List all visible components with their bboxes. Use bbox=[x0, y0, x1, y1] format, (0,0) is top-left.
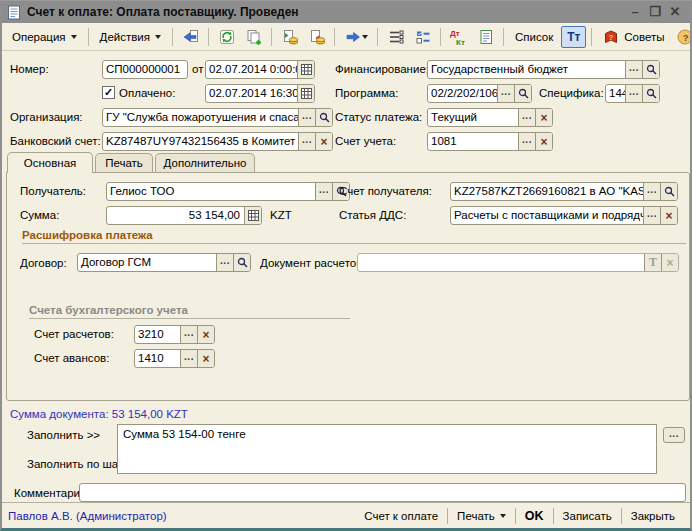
organization-open-button[interactable] bbox=[315, 109, 332, 126]
payment-status-field[interactable]: Текущий ... × bbox=[427, 108, 553, 127]
contract-select-button[interactable]: ... bbox=[216, 254, 233, 271]
settlement-account-select-button[interactable]: ... bbox=[180, 326, 197, 343]
specifics-select-button[interactable]: ... bbox=[625, 85, 642, 102]
journal-button[interactable] bbox=[473, 26, 498, 48]
paid-date-field[interactable]: 02.07.2014 16:30:40 bbox=[205, 84, 315, 103]
financing-select-button[interactable]: ... bbox=[625, 61, 642, 78]
contract-field[interactable]: Договор ГСМ ... bbox=[77, 253, 251, 272]
operation-menu-button[interactable]: Операция bbox=[6, 27, 83, 47]
fill-button[interactable]: Заполнить >> bbox=[27, 429, 100, 441]
program-select-button[interactable]: ... bbox=[497, 85, 514, 102]
advance-account-select-button[interactable]: ... bbox=[180, 350, 197, 367]
advance-account-clear-button[interactable]: × bbox=[197, 350, 214, 367]
recipient-account-select-button[interactable]: ... bbox=[643, 183, 660, 200]
post-document-button[interactable] bbox=[277, 26, 302, 48]
print-button[interactable]: Печать bbox=[448, 510, 515, 522]
settlement-account-value[interactable]: 3210 bbox=[135, 326, 180, 343]
copy-button[interactable] bbox=[241, 26, 266, 48]
save-button[interactable]: Записать bbox=[554, 510, 621, 522]
payment-purpose-textarea[interactable]: Сумма 53 154-00 тенге bbox=[117, 424, 657, 474]
organization-value[interactable]: ГУ "Служба пожаротушения и спаса bbox=[103, 109, 298, 126]
paid-date-value[interactable]: 02.07.2014 16:30:40 bbox=[206, 85, 297, 102]
accounting-account-select-button[interactable]: ... bbox=[518, 133, 535, 150]
number-value[interactable]: СП000000001 bbox=[103, 61, 187, 78]
unpost-document-button[interactable] bbox=[304, 26, 329, 48]
amount-value[interactable]: 53 154,00 bbox=[107, 207, 244, 224]
amount-field[interactable]: 53 154,00 bbox=[106, 206, 262, 225]
financing-value[interactable]: Государственный бюджет bbox=[428, 61, 625, 78]
settlement-document-type-button[interactable]: T bbox=[644, 254, 661, 271]
bank-account-value[interactable]: KZ87487UY97432156435 в Комитет bbox=[103, 133, 298, 150]
paid-checkbox[interactable]: ✓ bbox=[102, 86, 115, 99]
actions-menu-button[interactable]: Действия bbox=[94, 27, 167, 47]
settlement-account-clear-button[interactable]: × bbox=[197, 326, 214, 343]
settlement-document-value[interactable] bbox=[358, 254, 644, 271]
organization-select-button[interactable]: ... bbox=[298, 109, 315, 126]
paid-date-calendar-button[interactable] bbox=[297, 85, 314, 102]
financing-open-button[interactable] bbox=[642, 61, 659, 78]
specifics-field[interactable]: 144 ... bbox=[605, 84, 660, 103]
dds-article-select-button[interactable]: ... bbox=[643, 207, 660, 224]
setup-list-button[interactable] bbox=[410, 26, 435, 48]
recipient-account-open-button[interactable] bbox=[660, 183, 677, 200]
settlement-document-clear-button[interactable]: × bbox=[661, 254, 678, 271]
tips-button[interactable]: ? Советы bbox=[597, 25, 670, 49]
payment-purpose-select-button[interactable]: ... bbox=[663, 427, 685, 443]
specifics-value[interactable]: 144 bbox=[606, 85, 625, 102]
document-date-value[interactable]: 02.07.2014 0:00:00 bbox=[206, 61, 297, 78]
financing-field[interactable]: Государственный бюджет ... bbox=[427, 60, 660, 79]
accounting-account-value[interactable]: 1081 bbox=[428, 133, 518, 150]
recipient-account-field[interactable]: KZ27587KZT2669160821 в АО "KASF ... bbox=[450, 182, 678, 201]
accounting-account-clear-button[interactable]: × bbox=[535, 133, 552, 150]
recipient-account-value[interactable]: KZ27587KZT2669160821 в АО "KASF bbox=[451, 183, 643, 200]
advance-account-field[interactable]: 1410 ... × bbox=[134, 349, 215, 368]
document-structure-button[interactable] bbox=[383, 26, 408, 48]
tab-main[interactable]: Основная bbox=[7, 152, 93, 173]
close-button[interactable]: ✕ bbox=[668, 2, 682, 22]
recipient-select-button[interactable]: ... bbox=[315, 183, 332, 200]
payment-status-clear-button[interactable]: × bbox=[535, 109, 552, 126]
ok-button[interactable]: OK bbox=[516, 509, 553, 523]
show-postings-button[interactable]: Дт Кт bbox=[446, 26, 471, 48]
document-date-field[interactable]: 02.07.2014 0:00:00 bbox=[205, 60, 315, 79]
organization-field[interactable]: ГУ "Служба пожаротушения и спаса ... bbox=[102, 108, 333, 127]
amount-calculator-button[interactable] bbox=[244, 207, 261, 224]
accounting-account-field[interactable]: 1081 ... × bbox=[427, 132, 553, 151]
minimize-button[interactable]: – bbox=[628, 2, 642, 22]
payment-status-value[interactable]: Текущий bbox=[428, 109, 518, 126]
recipient-field[interactable]: Гелиос ТОО ... bbox=[106, 182, 350, 201]
document-date-calendar-button[interactable] bbox=[297, 61, 314, 78]
program-open-button[interactable] bbox=[514, 85, 531, 102]
settlement-account-field[interactable]: 3210 ... × bbox=[134, 325, 215, 344]
insert-based-on-button[interactable] bbox=[178, 26, 203, 48]
contract-value[interactable]: Договор ГСМ bbox=[78, 254, 216, 271]
maximize-button[interactable]: ❒ bbox=[648, 2, 662, 22]
close-form-button[interactable]: Закрыть bbox=[622, 510, 684, 522]
payment-status-select-button[interactable]: ... bbox=[518, 109, 535, 126]
comment-value[interactable] bbox=[80, 484, 685, 501]
bank-account-clear-button[interactable]: × bbox=[315, 133, 332, 150]
settlement-document-field[interactable]: T × bbox=[357, 253, 679, 272]
recipient-value[interactable]: Гелиос ТОО bbox=[107, 183, 315, 200]
dds-article-field[interactable]: Расчеты с поставщиками и подрядч ... × bbox=[450, 206, 678, 225]
bank-account-select-button[interactable]: ... bbox=[298, 133, 315, 150]
help-button[interactable]: ? bbox=[673, 26, 692, 48]
program-field[interactable]: 02/2/202/106/02 ... bbox=[427, 84, 532, 103]
text-input-mode-button[interactable]: Тт bbox=[561, 26, 586, 48]
go-to-button[interactable] bbox=[340, 26, 372, 48]
tab-print[interactable]: Печать bbox=[95, 153, 153, 172]
refresh-button[interactable] bbox=[214, 26, 239, 48]
invoice-button[interactable]: Счет к оплате bbox=[355, 510, 447, 522]
program-value[interactable]: 02/2/202/106/02 bbox=[428, 85, 497, 102]
specifics-open-button[interactable] bbox=[642, 85, 659, 102]
advance-account-value[interactable]: 1410 bbox=[135, 350, 180, 367]
number-field[interactable]: СП000000001 bbox=[102, 60, 188, 79]
contract-open-button[interactable] bbox=[233, 254, 250, 271]
comment-field[interactable] bbox=[79, 483, 686, 502]
dds-article-value[interactable]: Расчеты с поставщиками и подрядч bbox=[451, 207, 643, 224]
tab-additional[interactable]: Дополнительно bbox=[155, 153, 255, 172]
go-to-icon bbox=[344, 28, 362, 46]
list-button[interactable]: Список bbox=[509, 27, 559, 47]
dds-article-clear-button[interactable]: × bbox=[660, 207, 677, 224]
bank-account-field[interactable]: KZ87487UY97432156435 в Комитет ... × bbox=[102, 132, 333, 151]
